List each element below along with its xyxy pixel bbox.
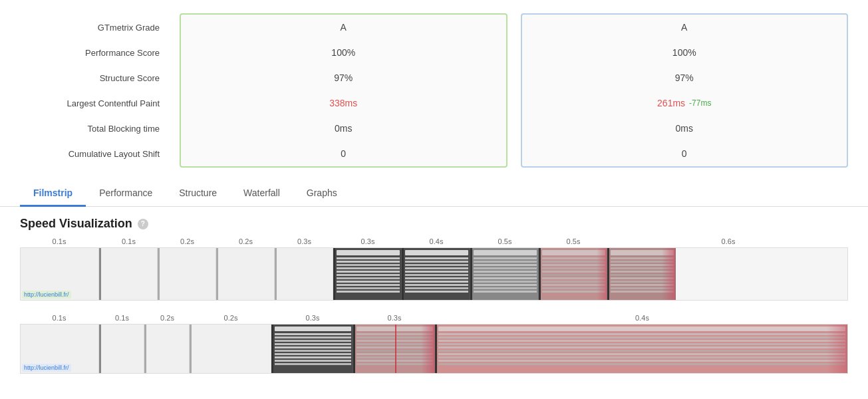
ruler-label: 0.6s <box>609 237 848 245</box>
ruler-label: 0.2s <box>191 314 271 322</box>
frame-content-3 <box>472 248 539 300</box>
frame-empty-4 <box>218 248 275 300</box>
ruler-label: 0.1s <box>20 237 98 245</box>
url-label-1: http://lucienbill.fr/ <box>22 291 71 299</box>
card2-perf: 100% <box>542 40 827 65</box>
card1-perf: 100% <box>201 40 486 65</box>
card2-lcp-val: 261ms <box>657 98 685 108</box>
tab-graphs[interactable]: Graphs <box>293 181 351 207</box>
frame-content-1 <box>335 248 402 300</box>
label-cls: Cumulative Layout Shift <box>20 141 160 166</box>
tabs-bar: Filmstrip Performance Structure Waterfal… <box>0 181 868 207</box>
tab-performance[interactable]: Performance <box>86 181 166 207</box>
tab-waterfall[interactable]: Waterfall <box>230 181 293 207</box>
label-perf: Performance Score <box>20 40 160 65</box>
speed-viz-label: Speed Visualization <box>20 217 132 231</box>
card1-lcp: 338ms <box>201 90 486 116</box>
frame-empty-1: http://lucienbill.fr/ <box>21 248 99 300</box>
ruler-label: 0.3s <box>276 237 333 245</box>
metric-labels: GTmetrix Grade Performance Score Structu… <box>20 13 166 168</box>
frame-content-r2-2 <box>355 325 435 373</box>
frame-content-r2-3 <box>437 325 847 373</box>
frame-empty-2 <box>101 248 158 300</box>
frame-empty-3 <box>160 248 216 300</box>
ruler-label: 0.2s <box>159 237 216 245</box>
frame-empty-5 <box>277 248 333 300</box>
frame-content-5 <box>609 248 676 300</box>
card2-cls: 0 <box>542 141 827 166</box>
ruler-label: 0.1s <box>100 314 144 322</box>
label-lcp: Largest Contentful Paint <box>20 90 160 116</box>
card1-tbt: 0ms <box>201 116 486 141</box>
card2-grade: A <box>542 15 827 40</box>
card2-lcp: 261ms -77ms <box>542 90 827 116</box>
label-tbt: Total Blocking time <box>20 116 160 141</box>
frame-content-4 <box>541 248 607 300</box>
frame-empty-r2-4 <box>192 325 271 373</box>
card2-lcp-diff: -77ms <box>689 98 711 108</box>
ruler-row-1: 0.1s 0.1s 0.2s 0.2s 0.3s 0.3s 0.4s 0.5s … <box>20 237 848 245</box>
ruler-row-2: 0.1s 0.1s 0.2s 0.2s 0.3s 0.3s 0.4s <box>20 314 848 322</box>
url-label-2: http://lucienbill.fr/ <box>22 364 71 372</box>
ruler-label: 0.4s <box>403 237 470 245</box>
score-card-1: A 100% 97% 338ms 0ms 0 <box>180 13 507 168</box>
frame-empty-r2-3 <box>146 325 190 373</box>
ruler-label: 0.3s <box>355 314 434 322</box>
frame-empty-r2-2 <box>101 325 144 373</box>
ruler-label: 0.2s <box>217 237 274 245</box>
card1-struct: 97% <box>201 65 486 90</box>
frame-content-r2-1 <box>273 325 353 373</box>
metrics-section: GTmetrix Grade Performance Score Structu… <box>0 0 868 174</box>
card2-tbt: 0ms <box>542 116 827 141</box>
ruler-label: 0.5s <box>540 237 607 245</box>
ruler-label: 0.3s <box>335 237 401 245</box>
filmstrip-frames-row-2: http://lucienbill.fr/ <box>20 324 848 374</box>
speed-viz-title: Speed Visualization ? <box>20 217 848 231</box>
ruler-label: 0.5s <box>472 237 538 245</box>
label-grade: GTmetrix Grade <box>20 15 160 40</box>
ruler-label: 0.2s <box>146 314 189 322</box>
filmstrip-row-1: 0.1s 0.1s 0.2s 0.2s 0.3s 0.3s 0.4s 0.5s … <box>20 237 848 301</box>
card1-grade: A <box>201 15 486 40</box>
filmstrip-frames-row-1: http://lucienbill.fr/ <box>20 247 848 301</box>
card2-struct: 97% <box>542 65 827 90</box>
ruler-label: 0.4s <box>436 314 848 322</box>
speed-visualization-section: Speed Visualization ? 0.1s 0.1s 0.2s 0.2… <box>0 207 868 394</box>
help-icon[interactable]: ? <box>138 219 148 229</box>
ruler-label: 0.1s <box>20 314 98 322</box>
tab-filmstrip[interactable]: Filmstrip <box>20 181 86 207</box>
score-card-2: A 100% 97% 261ms -77ms 0ms 0 <box>521 13 849 168</box>
tab-structure[interactable]: Structure <box>166 181 230 207</box>
ruler-label: 0.3s <box>273 314 353 322</box>
ruler-label: 0.1s <box>100 237 157 245</box>
frame-empty-r2-1: http://lucienbill.fr/ <box>21 325 99 373</box>
label-struct: Structure Score <box>20 65 160 90</box>
filmstrip-row-2: 0.1s 0.1s 0.2s 0.2s 0.3s 0.3s 0.4s http:… <box>20 314 848 374</box>
card1-cls: 0 <box>201 141 486 166</box>
frame-content-2 <box>404 248 470 300</box>
